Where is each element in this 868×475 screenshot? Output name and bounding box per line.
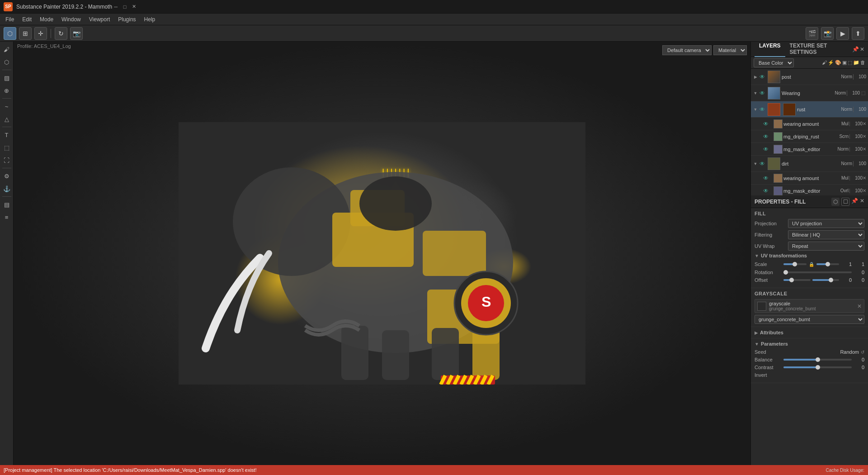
clone-tool[interactable]: ⊕: [1, 85, 13, 96]
minimize-button[interactable]: ─: [112, 3, 119, 10]
layers-tool[interactable]: ▤: [1, 199, 13, 210]
scale-slider-right-thumb[interactable]: [826, 262, 830, 266]
crop-tool[interactable]: ⛶: [1, 154, 13, 166]
uv-wrap-select[interactable]: Repeat: [788, 242, 864, 251]
balance-thumb[interactable]: [816, 357, 820, 362]
layer-mask-btn-wearing[interactable]: ⬚: [860, 90, 866, 96]
layer-vis-wearing[interactable]: 👁: [758, 89, 766, 97]
grid-view-button[interactable]: ⊞: [19, 27, 32, 40]
menu-viewport[interactable]: Viewport: [85, 15, 113, 24]
layer-close-drip[interactable]: ✕: [863, 134, 866, 139]
layer-mg-mask-1[interactable]: 👁 mg_mask_editor Norm 100 ✕: [751, 143, 868, 156]
rotate-button[interactable]: ↻: [55, 27, 67, 40]
text-tool[interactable]: T: [1, 129, 13, 141]
layer-expand-rust[interactable]: ▼: [753, 107, 758, 112]
menu-help[interactable]: Help: [141, 15, 159, 24]
layer-vis-mask1[interactable]: 👁: [762, 145, 770, 153]
folder-icon[interactable]: 📁: [853, 60, 859, 66]
layer-expand-dirt[interactable]: ▼: [753, 161, 758, 166]
layer-expand-wearing[interactable]: ▼: [753, 90, 758, 96]
contrast-slider[interactable]: [783, 366, 852, 368]
layer-rust[interactable]: ▼ 👁 rust Norm 100: [751, 101, 868, 118]
paint-tool-button[interactable]: ⬡: [4, 27, 16, 40]
menu-mode[interactable]: Mode: [36, 15, 57, 24]
mask-icon[interactable]: ⬚: [848, 60, 852, 66]
attributes-header[interactable]: ▶ Attributes: [755, 330, 864, 335]
layer-close-wa2[interactable]: ✕: [863, 176, 866, 180]
channel-dropdown[interactable]: Base Color: [754, 58, 794, 67]
eraser-tool[interactable]: ⬡: [1, 56, 13, 68]
tab-layers[interactable]: LAYERS: [755, 42, 785, 57]
contrast-thumb[interactable]: [816, 365, 820, 370]
layer-post[interactable]: ▶ 👁 post Norm 100: [751, 69, 868, 85]
layer-mg-mask-2[interactable]: 👁 mg_mask_editor Ovrl 100 ✕: [751, 185, 868, 195]
offset-slider-left-thumb[interactable]: [789, 278, 794, 282]
props-icon-1[interactable]: ⬡: [831, 198, 840, 206]
parameters-header[interactable]: ▼ Parameters: [755, 341, 864, 347]
paint-brush-tool[interactable]: 🖌: [1, 43, 13, 55]
layer-close-wa1[interactable]: ✕: [863, 121, 866, 126]
seed-randomize-btn[interactable]: ↺: [861, 350, 864, 355]
layer-vis-wa2[interactable]: 👁: [762, 174, 770, 182]
balance-slider[interactable]: [783, 359, 852, 361]
layer-wearing-amount-2[interactable]: 👁 wearing amount Mul 100 ✕: [751, 172, 868, 185]
geometry-tool[interactable]: △: [1, 113, 13, 125]
video-button[interactable]: ▶: [836, 27, 849, 40]
delete-layer-icon[interactable]: 🗑: [860, 60, 865, 66]
render-button[interactable]: 🎬: [806, 27, 818, 40]
settings-tool[interactable]: ⚙: [1, 170, 13, 182]
menu-file[interactable]: File: [2, 15, 18, 24]
smudge-tool[interactable]: ~: [1, 100, 13, 112]
layer-vis-drip[interactable]: 👁: [762, 133, 770, 141]
transform-button[interactable]: ✛: [34, 27, 47, 40]
anchor-tool[interactable]: ⚓: [1, 183, 13, 195]
close-button[interactable]: ✕: [130, 3, 137, 10]
layer-vis-rust[interactable]: 👁: [758, 105, 766, 114]
props-pin-icon[interactable]: 📌: [851, 198, 858, 206]
uv-transform-header[interactable]: ▼ UV transformations: [755, 253, 864, 258]
scale-slider-right[interactable]: [816, 263, 840, 265]
layer-vis-mask2[interactable]: 👁: [762, 187, 770, 195]
layer-wearing[interactable]: ▼ 👁 Wearing Norm 100 ⬚: [751, 85, 868, 101]
offset-slider-right-thumb[interactable]: [829, 278, 833, 282]
screenshot-button[interactable]: 📸: [821, 27, 834, 40]
menu-window[interactable]: Window: [58, 15, 85, 24]
layers-pin-icon[interactable]: 📌: [852, 46, 859, 52]
layer-close-mask2[interactable]: ✕: [863, 188, 866, 193]
layer-vis-post[interactable]: 👁: [758, 73, 766, 81]
filtering-select[interactable]: Bilinear | HQ: [788, 230, 864, 239]
scale-slider-left[interactable]: [783, 263, 807, 265]
layer-vis-wa1[interactable]: 👁: [762, 120, 770, 128]
props-icon-2[interactable]: ☐: [841, 198, 849, 206]
tab-texture-set-settings[interactable]: TEXTURE SET SETTINGS: [785, 42, 852, 57]
scale-lock-btn[interactable]: 🔒: [808, 261, 815, 267]
layer-close-mask1[interactable]: ✕: [863, 147, 866, 152]
fill-tool[interactable]: ▨: [1, 72, 13, 84]
menu-plugins[interactable]: Plugins: [114, 15, 139, 24]
grayscale-close-btn[interactable]: ✕: [857, 303, 862, 309]
layer-wearing-amount-1[interactable]: 👁 wearing amount Mul 100 ✕: [751, 118, 868, 130]
scale-slider-thumb[interactable]: [793, 262, 797, 266]
projection-select[interactable]: UV projection: [788, 219, 864, 228]
select-tool[interactable]: ⬚: [1, 142, 13, 153]
adjust-icon[interactable]: ⚡: [828, 60, 834, 66]
layers-close-icon[interactable]: ✕: [860, 46, 864, 52]
offset-slider-right[interactable]: [812, 279, 840, 281]
layer-vis-dirt[interactable]: 👁: [758, 160, 766, 168]
menu-edit[interactable]: Edit: [19, 15, 35, 24]
layer-dirt[interactable]: ▼ 👁 dirt Norm 100: [751, 156, 868, 172]
extra-tool[interactable]: ≡: [1, 211, 13, 223]
rotation-slider[interactable]: [783, 271, 852, 273]
color-icon[interactable]: 🎨: [835, 60, 841, 66]
rotation-slider-thumb[interactable]: [783, 270, 788, 275]
grayscale-dropdown[interactable]: grunge_concrete_burnt: [755, 315, 864, 324]
maximize-button[interactable]: □: [121, 3, 128, 10]
camera-button[interactable]: 📷: [70, 27, 83, 40]
layer-mg-drip[interactable]: 👁 mg_driping_rust Scrn 100 ✕: [751, 130, 868, 143]
brush-icon[interactable]: 🖌: [822, 60, 827, 66]
offset-slider-left[interactable]: [783, 279, 811, 281]
layer-expand-post[interactable]: ▶: [753, 74, 758, 80]
filter-icon[interactable]: ▣: [842, 60, 847, 66]
props-close-icon[interactable]: ✕: [860, 198, 864, 206]
export-button[interactable]: ⬆: [852, 27, 864, 40]
